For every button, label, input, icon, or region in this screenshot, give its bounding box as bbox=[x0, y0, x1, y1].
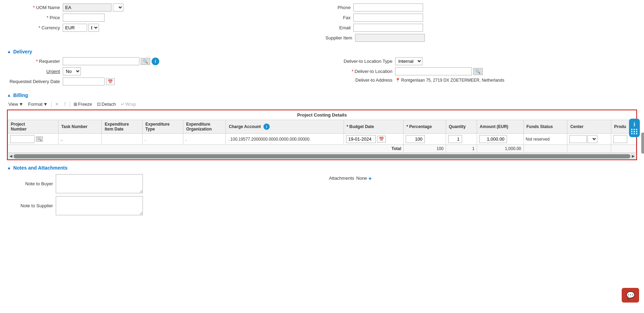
requester-input[interactable]: Andhavarapu, Taraka Prabhu bbox=[63, 57, 139, 65]
budget-date-cal-btn[interactable]: 📅 bbox=[377, 136, 386, 143]
requester-row: Requester Andhavarapu, Taraka Prabhu 🔍 i bbox=[7, 57, 319, 65]
project-number-input[interactable] bbox=[10, 135, 34, 143]
price-row: Price 1,000.00 bbox=[7, 14, 319, 22]
billing-triangle: ▲ bbox=[7, 93, 11, 98]
page-container: UOM Name EA Price 1,000.00 Currency bbox=[0, 0, 644, 313]
email-input[interactable] bbox=[353, 24, 423, 32]
billing-table-scroll[interactable]: ProjectNumber Task Number ExpenditureIte… bbox=[8, 120, 636, 153]
delivery-right: Deliver-to Location Type Internal Extern… bbox=[325, 57, 637, 88]
freeze-btn[interactable]: ⊞ Freeze bbox=[72, 101, 93, 107]
notes-section-header[interactable]: ▲ Notes and Attachments bbox=[7, 165, 637, 171]
total-quantity: 1 bbox=[446, 145, 477, 153]
wrap-btn[interactable]: ↵ Wrap bbox=[120, 101, 138, 107]
price-input[interactable]: 1,000.00 bbox=[63, 14, 105, 22]
freeze-label: Freeze bbox=[78, 102, 92, 107]
deliver-location-input[interactable]: Zoetermeer-Rontgenlaan 75 bbox=[395, 67, 472, 75]
attachments-section: Attachments None + bbox=[329, 174, 637, 217]
chat-icon: 💬 bbox=[626, 291, 635, 299]
right-scrollbar-indicator bbox=[641, 133, 644, 154]
dot-7 bbox=[631, 133, 632, 134]
supplier-item-input[interactable] bbox=[355, 34, 425, 42]
billing-table-container: Project Costing Details ProjectNumber Ta… bbox=[7, 110, 637, 160]
urgent-label: Urgent bbox=[7, 69, 63, 74]
note-to-supplier-input[interactable] bbox=[56, 196, 143, 215]
produ-input[interactable] bbox=[613, 135, 627, 143]
requester-info-btn[interactable]: i bbox=[152, 58, 159, 65]
center-group bbox=[569, 135, 609, 143]
col-exp-item-date: ExpenditureItem Date bbox=[102, 120, 143, 134]
requester-search-btn[interactable]: 🔍 bbox=[141, 58, 150, 65]
note-to-buyer-input[interactable] bbox=[56, 174, 143, 193]
total-amount: 1,000.00 bbox=[477, 145, 523, 153]
email-label: Email bbox=[325, 25, 353, 30]
note-to-supplier-label: Note to Supplier bbox=[7, 203, 56, 208]
notes-left: Note to Buyer Note to Supplier bbox=[7, 174, 315, 217]
center-select[interactable] bbox=[588, 135, 597, 143]
percentage-input[interactable] bbox=[406, 135, 425, 143]
wrap-label: Wrap bbox=[125, 102, 136, 107]
supplier-item-label: Supplier Item bbox=[325, 35, 355, 40]
total-row: Total 100 1 1,000.00 bbox=[8, 145, 636, 153]
share-btn[interactable]: ⤴ bbox=[62, 101, 68, 107]
delivery-triangle: ▲ bbox=[7, 49, 11, 54]
price-label: Price bbox=[7, 15, 63, 20]
total-funds-status bbox=[523, 145, 567, 153]
req-delivery-date-label: Requested Delivery Date bbox=[7, 79, 63, 84]
amount-input[interactable] bbox=[479, 135, 507, 143]
uom-row: UOM Name EA bbox=[7, 3, 319, 12]
currency-row: Currency EUR EUR bbox=[7, 24, 319, 32]
note-to-supplier-row: Note to Supplier bbox=[7, 196, 315, 215]
scroll-left-btn[interactable]: ◀ bbox=[9, 154, 12, 158]
currency-input[interactable]: EUR bbox=[63, 24, 87, 32]
cell-budget-date: 📅 bbox=[344, 134, 404, 145]
uom-select[interactable] bbox=[113, 3, 123, 12]
detach-btn[interactable]: ⊡ Detach bbox=[95, 101, 117, 107]
deliver-location-search-btn[interactable]: 🔍 bbox=[473, 68, 483, 75]
currency-input-group: EUR EUR bbox=[63, 24, 99, 32]
uom-input[interactable]: EA bbox=[63, 3, 112, 12]
floating-info-panel[interactable]: i bbox=[629, 119, 640, 137]
scrollbar-track[interactable] bbox=[14, 154, 630, 158]
fax-row: Fax bbox=[325, 14, 637, 22]
fax-input[interactable] bbox=[353, 14, 423, 22]
project-number-group: 🔍 bbox=[10, 135, 56, 143]
notes-content: Note to Buyer Note to Supplier Attachmen… bbox=[7, 174, 637, 217]
phone-row: Phone bbox=[325, 3, 637, 12]
billing-table-header: ProjectNumber Task Number ExpenditureIte… bbox=[8, 120, 636, 134]
horizontal-scrollbar[interactable]: ◀ ▶ bbox=[8, 153, 636, 159]
col-budget-date: * Budget Date bbox=[344, 120, 404, 134]
top-section: UOM Name EA Price 1,000.00 Currency bbox=[7, 3, 637, 44]
billing-section-header[interactable]: ▲ Billing bbox=[7, 92, 637, 98]
project-number-search-btn[interactable]: 🔍 bbox=[36, 136, 43, 142]
floating-dots bbox=[631, 129, 638, 134]
budget-date-input[interactable] bbox=[346, 135, 376, 143]
format-btn[interactable]: Format ▼ bbox=[27, 101, 49, 107]
dot-3 bbox=[636, 129, 637, 130]
scroll-right-btn[interactable]: ▶ bbox=[632, 154, 635, 158]
req-delivery-date-input[interactable]: 26-01-2024 bbox=[63, 77, 105, 85]
view-btn[interactable]: View ▼ bbox=[7, 101, 25, 107]
deliver-location-type-select[interactable]: Internal External bbox=[395, 57, 422, 65]
col-center: Center bbox=[567, 120, 611, 134]
col-percentage: * Percentage bbox=[404, 120, 446, 134]
chat-button[interactable]: 💬 bbox=[622, 288, 639, 303]
center-input[interactable] bbox=[569, 135, 587, 143]
req-delivery-date-cal-btn[interactable]: 📅 bbox=[106, 78, 115, 85]
add-attachment-btn[interactable]: + bbox=[368, 176, 371, 182]
phone-input[interactable] bbox=[353, 3, 423, 12]
quantity-input[interactable] bbox=[448, 135, 462, 143]
charge-account-info-btn[interactable]: i bbox=[263, 124, 270, 130]
delivery-section-header[interactable]: ▲ Delivery bbox=[7, 49, 637, 54]
uom-input-group: EA bbox=[63, 3, 123, 12]
currency-select[interactable]: EUR bbox=[89, 24, 99, 32]
billing-title: Billing bbox=[13, 92, 28, 98]
requester-input-group: Andhavarapu, Taraka Prabhu 🔍 i bbox=[63, 57, 159, 65]
cell-exp-item-date bbox=[102, 134, 143, 145]
total-percentage: 100 bbox=[404, 145, 446, 153]
delivery-title: Delivery bbox=[13, 49, 32, 54]
urgent-select[interactable]: No Yes bbox=[63, 67, 81, 75]
delivery-left: Requester Andhavarapu, Taraka Prabhu 🔍 i… bbox=[7, 57, 319, 88]
col-task-number: Task Number bbox=[58, 120, 102, 134]
address-pin-icon: 📍 bbox=[395, 78, 400, 83]
delete-btn[interactable]: ✕ bbox=[54, 101, 60, 107]
